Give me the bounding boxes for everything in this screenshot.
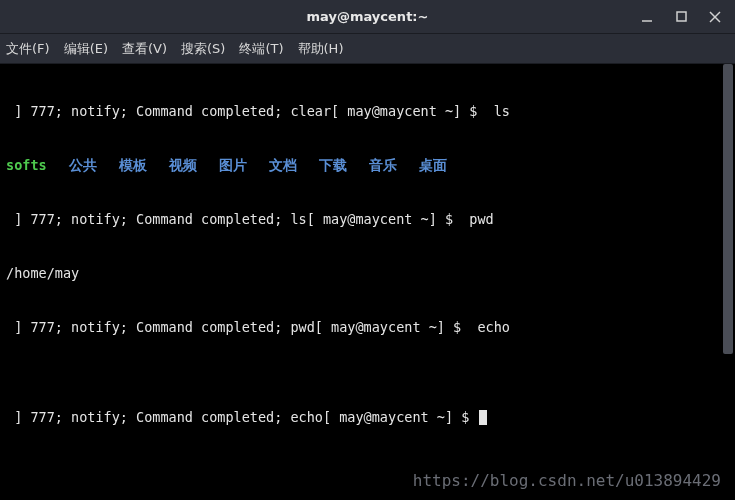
dir-videos: 视频 xyxy=(169,157,197,173)
prompt-text: ] 777; notify; Command completed; echo[ … xyxy=(6,409,477,425)
close-icon xyxy=(709,11,721,23)
terminal-area[interactable]: ] 777; notify; Command completed; clear[… xyxy=(0,64,735,500)
scrollbar-thumb[interactable] xyxy=(723,64,733,354)
dir-downloads: 下载 xyxy=(319,157,347,173)
terminal-line: ] 777; notify; Command completed; ls[ ma… xyxy=(6,210,729,228)
dir-public: 公共 xyxy=(69,157,97,173)
maximize-button[interactable] xyxy=(667,3,695,31)
menu-edit[interactable]: 编辑(E) xyxy=(64,40,108,58)
terminal-cursor xyxy=(479,410,487,425)
titlebar: may@maycent:~ xyxy=(0,0,735,34)
dir-templates: 模板 xyxy=(119,157,147,173)
minimize-icon xyxy=(641,11,653,23)
dir-desktop: 桌面 xyxy=(419,157,447,173)
menu-search[interactable]: 搜索(S) xyxy=(181,40,225,58)
menubar: 文件(F) 编辑(E) 查看(V) 搜索(S) 终端(T) 帮助(H) xyxy=(0,34,735,64)
menu-help[interactable]: 帮助(H) xyxy=(298,40,344,58)
window-title: may@maycent:~ xyxy=(307,9,429,24)
pwd-output: /home/may xyxy=(6,264,729,282)
menu-view[interactable]: 查看(V) xyxy=(122,40,167,58)
minimize-button[interactable] xyxy=(633,3,661,31)
terminal-line: ] 777; notify; Command completed; clear[… xyxy=(6,102,729,120)
ls-output-line: softs公共模板视频图片文档下载音乐桌面 xyxy=(6,156,729,174)
svg-rect-1 xyxy=(677,12,686,21)
dir-music: 音乐 xyxy=(369,157,397,173)
dir-pictures: 图片 xyxy=(219,157,247,173)
menu-terminal[interactable]: 终端(T) xyxy=(239,40,283,58)
dir-softs: softs xyxy=(6,157,47,173)
window-controls xyxy=(633,0,729,33)
close-button[interactable] xyxy=(701,3,729,31)
menu-file[interactable]: 文件(F) xyxy=(6,40,50,58)
maximize-icon xyxy=(676,11,687,22)
terminal-prompt-line: ] 777; notify; Command completed; echo[ … xyxy=(6,408,729,426)
dir-documents: 文档 xyxy=(269,157,297,173)
terminal-line: ] 777; notify; Command completed; pwd[ m… xyxy=(6,318,729,336)
